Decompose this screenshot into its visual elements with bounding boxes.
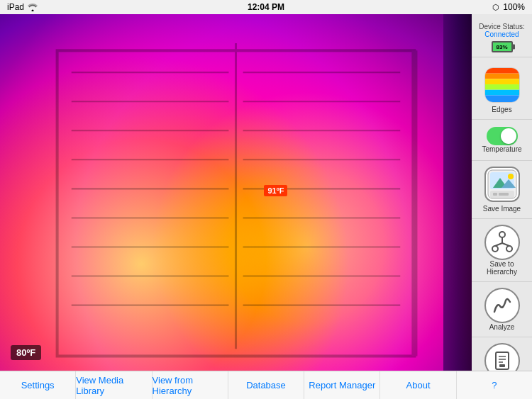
tab-bar: Settings View Media Library View from Hi…: [0, 371, 532, 399]
battery-status: 100%: [503, 2, 525, 12]
tab-report-manager[interactable]: Report Manager: [304, 371, 380, 399]
svg-rect-21: [485, 68, 519, 74]
status-bar: iPad 12:04 PM ⬡ 100%: [0, 0, 532, 14]
save-image-label: Save Image: [483, 205, 521, 213]
svg-rect-22: [485, 74, 519, 79]
svg-rect-23: [485, 79, 519, 84]
sidebar-item-edges[interactable]: Edges: [472, 62, 532, 120]
tab-settings[interactable]: Settings: [0, 371, 76, 399]
svg-rect-26: [485, 95, 519, 102]
panel-grid-overlay: [0, 14, 472, 371]
save-hierarchy-label: Save to Hierarchy: [475, 260, 529, 276]
panel-right-stripe: [443, 14, 472, 371]
wifi-icon: [28, 3, 38, 11]
battery-box: 83%: [472, 41, 532, 52]
hot-spot-label: 91ºF: [264, 185, 287, 196]
svg-point-31: [508, 174, 514, 179]
time-display: 12:04 PM: [248, 2, 284, 12]
cold-temp-label: 80ºF: [11, 345, 41, 360]
tab-help[interactable]: ?: [457, 371, 532, 399]
sidebar-item-temperature[interactable]: Temperature: [472, 120, 532, 161]
ipad-label: iPad: [7, 2, 24, 12]
toggle-knob: [501, 128, 516, 144]
save-hierarchy-icon: [484, 225, 520, 260]
edges-icon: [484, 67, 520, 103]
sidebar-item-save-hierarchy[interactable]: Save to Hierarchy: [472, 219, 532, 282]
temperature-toggle[interactable]: [487, 127, 518, 145]
tab-view-from-hierarchy[interactable]: View from Hierarchy: [153, 371, 228, 399]
bluetooth-icon: ⬡: [492, 3, 499, 12]
svg-point-35: [499, 232, 505, 237]
save-image-icon-svg: [486, 168, 519, 201]
edges-icon-svg: [485, 67, 519, 103]
sidebar-item-save-image[interactable]: Save Image: [472, 161, 532, 219]
main-content: 91ºF 80ºF Device Status: Connected 83%: [0, 14, 532, 371]
svg-point-37: [506, 246, 512, 252]
status-right: ⬡ 100%: [492, 2, 525, 12]
analyze-label: Analyze: [489, 323, 515, 331]
svg-rect-24: [485, 84, 519, 90]
analyze-icon: [484, 288, 520, 323]
thermal-view: 91ºF 80ºF: [0, 14, 472, 371]
right-sidebar: Device Status: Connected 83% Edges: [472, 14, 532, 371]
sidebar-item-analyze[interactable]: Analyze: [472, 282, 532, 337]
tab-about[interactable]: About: [380, 371, 456, 399]
report-icon-svg: [492, 350, 513, 371]
save-image-icon: [484, 167, 520, 202]
svg-rect-45: [499, 364, 505, 367]
svg-line-40: [502, 243, 509, 246]
tab-view-media-library[interactable]: View Media Library: [76, 371, 152, 399]
analyze-icon-svg: [492, 295, 513, 316]
hierarchy-icon-svg: [491, 231, 514, 254]
svg-rect-33: [493, 193, 497, 196]
tab-database[interactable]: Database: [228, 371, 304, 399]
temperature-label: Temperature: [482, 145, 521, 153]
svg-rect-25: [485, 90, 519, 96]
device-status-title: Device Status:: [472, 23, 532, 30]
status-left: iPad: [7, 2, 38, 12]
svg-line-39: [495, 243, 502, 246]
battery-icon: 83%: [492, 41, 513, 52]
device-status-panel: Device Status: Connected 83%: [472, 20, 532, 57]
connected-label: Connected: [472, 30, 532, 38]
svg-point-36: [492, 246, 498, 252]
svg-rect-34: [499, 193, 509, 196]
edges-label: Edges: [492, 106, 511, 113]
